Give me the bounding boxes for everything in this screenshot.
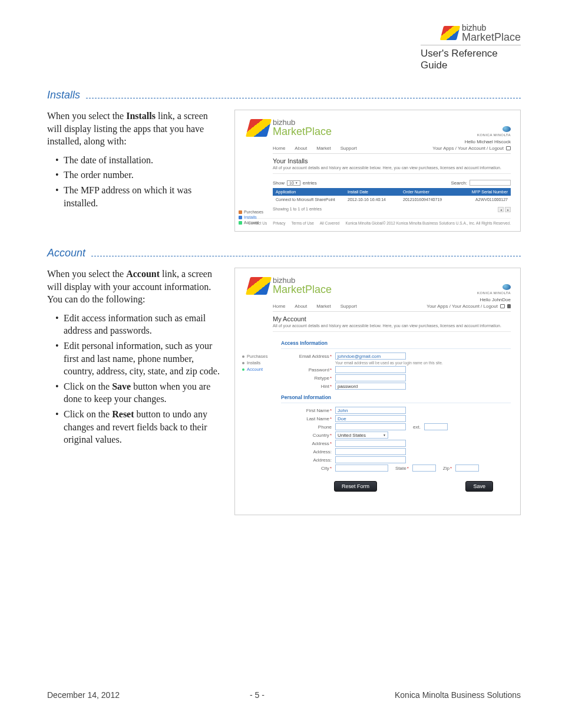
hello-user: Hello JohnDoe [248, 297, 511, 302]
ext-label: ext. [413, 424, 421, 430]
account-heading: Account [47, 247, 85, 259]
nav-about[interactable]: About [295, 146, 307, 151]
dot-icon [242, 355, 244, 358]
account-sidebar: Purchases Installs Account [242, 335, 276, 494]
mp-brand-l2: MarketPlace [273, 126, 332, 137]
select-value: United States [338, 433, 366, 438]
state-label: State [395, 466, 409, 471]
footer-company: Konica Minolta Business Solutions [395, 690, 521, 700]
lastname-field[interactable]: Doe [335, 415, 406, 422]
reset-form-button[interactable]: Reset Form [334, 481, 377, 492]
save-button[interactable]: Save [465, 481, 493, 492]
page-footer: December 14, 2012 - 5 - Konica Minolta B… [47, 690, 521, 700]
bizhub-logo-icon [440, 26, 460, 40]
hint-label: Hint [281, 384, 332, 389]
lastname-label: Last Name [281, 416, 332, 421]
page-subtitle: All of your account details and history … [273, 166, 511, 170]
guide-title: User's Reference Guide [421, 45, 521, 71]
zip-field[interactable] [455, 465, 479, 472]
state-field[interactable] [412, 465, 436, 472]
bag-icon [239, 210, 242, 214]
user-icon [242, 368, 244, 371]
hint-field[interactable]: password [335, 383, 406, 390]
heading-rule [91, 256, 521, 256]
show-label: Show [273, 180, 285, 186]
cell: Connect to Microsoft SharePoint [273, 196, 345, 203]
password-field[interactable] [335, 366, 406, 373]
account-links[interactable]: Your Apps / Your Account / Logout [432, 146, 504, 151]
phone-field[interactable] [335, 423, 406, 430]
address2-field[interactable] [335, 448, 406, 455]
city-field[interactable] [335, 465, 388, 472]
footer-link[interactable]: Terms of Use [291, 221, 313, 225]
bullet: Edit personal information, such as your … [55, 340, 224, 378]
nav-home[interactable]: Home [273, 146, 285, 151]
installs-text: When you select the Installs link, a scr… [47, 110, 224, 212]
entries-select[interactable]: 10▼ [287, 180, 300, 186]
bizhub-logo-icon [246, 119, 272, 137]
dot-icon [242, 362, 244, 364]
section-installs: Installs When you select the Installs li… [47, 89, 521, 232]
ext-field[interactable] [424, 423, 448, 430]
footer-link[interactable]: Privacy [273, 221, 285, 225]
email-field[interactable]: johndoe@gmail.com [335, 353, 406, 360]
email-hint: Your email address will be used as your … [335, 361, 443, 365]
country-select[interactable]: United States▼ [335, 431, 388, 439]
sidebar-label: Installs [247, 360, 260, 365]
mp-brand-l2: MarketPlace [273, 284, 332, 295]
bizhub-logo-icon [246, 277, 272, 295]
retype-field[interactable] [335, 374, 406, 381]
text-bold: Installs [126, 111, 156, 121]
nav-support[interactable]: Support [340, 146, 357, 151]
footer-link[interactable]: All Covered [320, 221, 340, 225]
bullet: The MFP address on which it was installe… [55, 184, 224, 209]
cart-icon[interactable] [500, 304, 505, 308]
entries-label: entries [303, 180, 317, 186]
chevron-down-icon: ▼ [383, 433, 386, 437]
nav-market[interactable]: Market [316, 304, 330, 309]
cart-icon[interactable] [506, 146, 511, 150]
text-bold: Account [126, 269, 160, 279]
account-page-title: My Account [273, 315, 511, 322]
footer-date: December 14, 2012 [47, 690, 120, 700]
firstname-field[interactable]: John [335, 407, 406, 414]
konica-minolta-logo: KONICA MINOLTA [477, 126, 511, 137]
select-value: 10 [289, 181, 294, 185]
installs-page-title: Your Installs [273, 157, 511, 164]
next-page-button[interactable]: ▸ [505, 207, 511, 212]
bullet: Click on the Reset button to undo any ch… [55, 408, 224, 446]
sidebar-item-purchases[interactable]: Purchases [239, 209, 268, 215]
address1-field[interactable] [335, 440, 406, 447]
nav-home[interactable]: Home [273, 304, 285, 309]
bullet: The date of installation. [55, 154, 224, 167]
sidebar-label: Purchases [244, 210, 263, 214]
sidebar-item-account[interactable]: Account [239, 220, 268, 225]
col-install-date: Install Date [345, 188, 400, 196]
address3-field[interactable] [335, 456, 406, 463]
nav-market[interactable]: Market [316, 146, 330, 151]
installs-sidebar: Purchases Installs Account [239, 209, 268, 225]
search-input[interactable] [470, 180, 511, 186]
search-label: Search: [451, 180, 467, 186]
installs-heading: Installs [47, 89, 80, 101]
prev-page-button[interactable]: ◂ [498, 207, 504, 212]
cell: 20121016094740719 [400, 196, 464, 203]
password-label: Password [281, 367, 332, 373]
lock-icon[interactable] [507, 304, 511, 308]
nav-support[interactable]: Support [340, 304, 357, 309]
km-label: KONICA MINOLTA [477, 291, 511, 295]
account-links[interactable]: Your Apps / Your Account / Logout [427, 304, 498, 309]
footer-link[interactable]: Konica Minolta Global [345, 221, 382, 225]
nav-about[interactable]: About [295, 304, 307, 309]
sidebar-item-account[interactable]: Account [242, 366, 276, 373]
heading-rule [86, 98, 521, 98]
showing-text: Showing 1 to 1 of 1 entries [273, 207, 322, 212]
access-info-title: Access Information [281, 340, 511, 346]
sidebar-item-installs[interactable]: Installs [239, 215, 268, 220]
footer-page: - 5 - [250, 690, 265, 700]
sidebar-item-installs[interactable]: Installs [242, 360, 276, 366]
sidebar-item-purchases[interactable]: Purchases [242, 353, 276, 360]
konica-minolta-logo: KONICA MINOLTA [477, 284, 511, 295]
bullet: The order number. [55, 169, 224, 182]
globe-icon [503, 284, 511, 290]
